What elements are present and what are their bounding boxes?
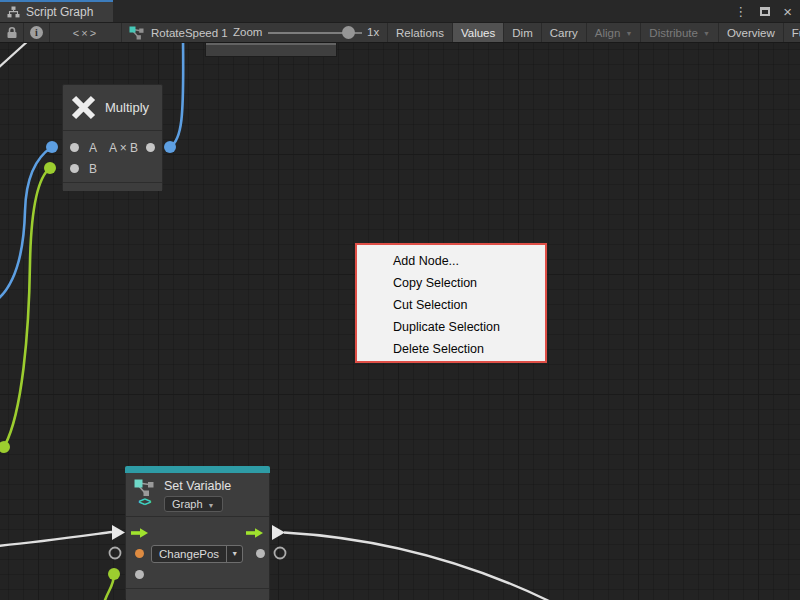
flow-input-arrow-icon[interactable] (131, 527, 149, 539)
white-wire-top-left[interactable] (0, 43, 29, 69)
chevron-down-icon: ▼ (625, 30, 632, 37)
lock-icon (6, 26, 18, 39)
zoom-slider-handle[interactable] (342, 26, 355, 39)
overview-button[interactable]: Overview (718, 23, 783, 42)
variable-name: ChangePos (152, 548, 226, 560)
full-screen-button[interactable]: Full Screen (783, 23, 800, 42)
input-port-b[interactable] (70, 164, 79, 173)
white-wire-out-of-setvar[interactable] (284, 533, 549, 600)
variable-name-dropdown[interactable]: ChangePos ▼ (151, 545, 243, 563)
multiply-icon (71, 95, 96, 120)
menu-item-copy-selection[interactable]: Copy Selection (357, 272, 545, 294)
blue-wire-output[interactable] (170, 43, 183, 147)
node-title: Set Variable (164, 479, 231, 493)
script-graph-window: Script Graph ⋮ × i <×> (0, 0, 800, 600)
code-brackets-icon: <> (138, 496, 150, 508)
scope-label: Graph (172, 498, 203, 510)
partial-node-top[interactable] (206, 43, 336, 56)
graph-breadcrumb[interactable]: RotateSpeed 1 (129, 23, 228, 42)
green-wire-left[interactable] (5, 168, 50, 445)
dim-button[interactable]: Dim (503, 23, 540, 42)
carry-button[interactable]: Carry (541, 23, 586, 42)
window-menu-icon[interactable]: ⋮ (734, 5, 747, 18)
port-b-label: B (89, 162, 97, 176)
multiply-node-body: A A × B B (63, 131, 162, 182)
window-controls: ⋮ × (734, 0, 792, 22)
multiply-node-header[interactable]: Multiply (63, 85, 162, 131)
flow-output-arrow-icon[interactable] (246, 527, 264, 539)
menu-item-duplicate-selection[interactable]: Duplicate Selection (357, 316, 545, 338)
values-button[interactable]: Values (452, 23, 503, 42)
relations-button[interactable]: Relations (387, 23, 452, 42)
chevron-down-icon: ▼ (703, 30, 710, 37)
empty-port-bubble-left[interactable] (110, 548, 121, 559)
graph-hierarchy-icon (7, 6, 20, 18)
fallback-input-port[interactable] (135, 570, 144, 579)
output-port-result[interactable] (146, 143, 155, 152)
context-menu: Add Node... Copy Selection Cut Selection… (355, 243, 547, 363)
graph-name-label: RotateSpeed 1 (151, 27, 228, 39)
variable-port-row: ChangePos ▼ (126, 543, 269, 564)
tab-title: Script Graph (26, 5, 93, 19)
set-variable-icon-group: <> (134, 477, 155, 508)
align-dropdown[interactable]: Align ▼ (586, 23, 641, 42)
flow-arrowhead-left[interactable] (112, 525, 125, 540)
toolbar-buttons: Relations Values Dim Carry Align ▼ Distr… (387, 23, 800, 42)
port-a-label: A (89, 141, 97, 155)
zoom-label: Zoom (233, 26, 262, 38)
menu-item-add-node[interactable]: Add Node... (357, 250, 545, 272)
node-title: Multiply (105, 100, 149, 115)
script-machine-icon (129, 26, 144, 40)
tab-bar: Script Graph ⋮ × (0, 0, 800, 22)
green-wire-endpoint[interactable] (44, 162, 56, 174)
value-input-port[interactable] (135, 549, 144, 558)
result-port-group: A × B (109, 141, 155, 155)
set-variable-footer (126, 588, 269, 600)
flow-port-row (126, 522, 269, 544)
green-wire-endpoint[interactable] (0, 441, 10, 453)
chevron-down-icon: ▼ (208, 502, 215, 509)
menu-item-delete-selection[interactable]: Delete Selection (357, 338, 545, 360)
port-result-label: A × B (109, 141, 138, 155)
set-variable-body: ChangePos ▼ (126, 517, 269, 588)
port-row-b: B (63, 158, 162, 179)
variable-nodes-icon (134, 479, 155, 496)
zoom-value: 1x (367, 26, 379, 38)
zoom-control: Zoom 1x (233, 23, 383, 42)
blue-wire-input[interactable] (0, 147, 52, 300)
multiply-node[interactable]: Multiply A A × B B (62, 84, 163, 191)
green-wire-endpoint[interactable] (108, 568, 120, 580)
inspect-code-button[interactable]: <×> (50, 23, 122, 42)
toolbar-icon-group: i <×> (0, 23, 122, 42)
set-variable-node[interactable]: <> Set Variable Graph ▼ (125, 466, 270, 600)
set-variable-header[interactable]: <> Set Variable Graph ▼ (126, 473, 269, 517)
graph-toolbar: i <×> RotateSpeed 1 Zoom 1x Relations Va… (0, 22, 800, 43)
code-icon: <×> (73, 27, 98, 39)
empty-port-bubble-right[interactable] (275, 548, 286, 559)
blue-wire-endpoint[interactable] (46, 141, 58, 153)
white-wire-into-setvar[interactable] (0, 532, 112, 546)
info-icon: i (30, 26, 43, 39)
maximize-icon[interactable] (760, 7, 770, 16)
value-output-port[interactable] (256, 549, 265, 558)
fallback-port-row (126, 564, 269, 585)
flow-arrowhead-right[interactable] (272, 525, 285, 540)
info-button[interactable]: i (24, 23, 50, 42)
chevron-down-icon: ▼ (226, 546, 242, 562)
lock-button[interactable] (0, 23, 24, 42)
graph-canvas[interactable]: Multiply A A × B B (0, 43, 800, 600)
menu-item-cut-selection[interactable]: Cut Selection (357, 294, 545, 316)
distribute-dropdown[interactable]: Distribute ▼ (640, 23, 718, 42)
variable-kind-bar (125, 466, 270, 473)
port-row-a: A A × B (63, 137, 162, 158)
blue-wire-endpoint[interactable] (164, 141, 176, 153)
variable-scope-dropdown[interactable]: Graph ▼ (164, 496, 223, 512)
set-variable-text-group: Set Variable Graph ▼ (164, 477, 231, 512)
close-icon[interactable]: × (783, 4, 792, 19)
input-port-a[interactable] (70, 143, 79, 152)
tab-script-graph[interactable]: Script Graph (0, 0, 113, 22)
multiply-node-footer (63, 182, 162, 191)
